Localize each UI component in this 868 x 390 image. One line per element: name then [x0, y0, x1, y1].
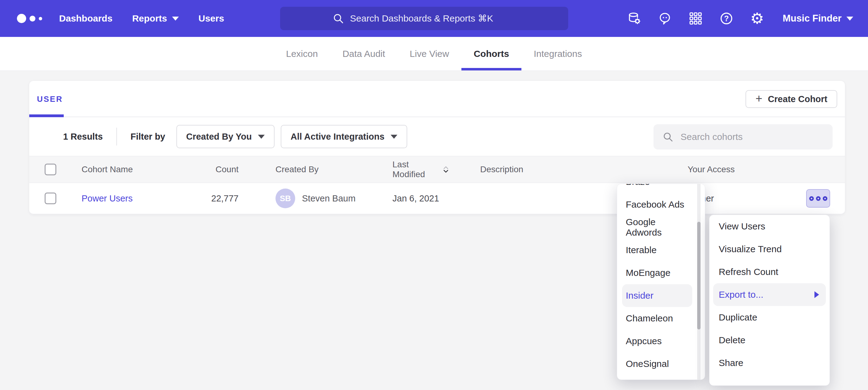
logo-dot-small	[39, 17, 42, 20]
submenu-item-insider[interactable]: Insider	[622, 284, 692, 307]
mixpanel-logo[interactable]	[17, 14, 42, 23]
menu-item-duplicate[interactable]: Duplicate	[713, 306, 826, 329]
last-modified-value: Jan 6, 2021	[393, 193, 439, 204]
divider	[116, 128, 117, 145]
submenu-item-onesignal[interactable]: OneSignal	[622, 353, 692, 375]
menu-item-view-users[interactable]: View Users	[713, 215, 826, 238]
submenu-item-label: OneSignal	[626, 359, 669, 369]
settings-gear-icon[interactable]: ⚙	[750, 11, 764, 26]
table-row[interactable]: Power Users 22,777 SB Steven Baum Jan 6,…	[29, 183, 845, 215]
menu-item-label: Share	[719, 358, 743, 368]
created-by-filter-dropdown[interactable]: Created By You	[176, 125, 275, 148]
menu-item-label: Visualize Trend	[719, 244, 782, 254]
submenu-item-label: Braze	[626, 184, 650, 187]
more-actions-button[interactable]	[806, 189, 830, 207]
created-by-cell: SB Steven Baum	[239, 189, 362, 208]
header-count: Count	[215, 165, 239, 174]
cohort-context-menu: View Users Visualize Trend Refresh Count…	[709, 215, 830, 386]
feedback-icon[interactable]	[658, 11, 672, 26]
cohort-name-link[interactable]: Power Users	[82, 193, 133, 203]
select-all-checkbox[interactable]	[44, 164, 56, 175]
data-management-icon[interactable]	[627, 11, 641, 26]
submenu-item-google-adwords[interactable]: Google Adwords	[622, 216, 692, 239]
cohort-search-input[interactable]	[681, 132, 810, 142]
cohort-name-cell: Power Users	[66, 193, 169, 204]
tab-user-cohorts[interactable]: USER	[37, 94, 63, 104]
help-icon[interactable]: ?	[719, 11, 734, 26]
submenu-item-label: Google Adwords	[626, 217, 692, 238]
avatar: SB	[276, 189, 295, 208]
submenu-item-moengage[interactable]: MoEngage	[622, 261, 692, 284]
header-last-modified[interactable]: Last Modified	[362, 160, 450, 179]
nav-item-label: Users	[198, 13, 224, 24]
row-checkbox-cell	[29, 193, 66, 204]
submenu-item-label: Appcues	[626, 336, 662, 346]
menu-item-share[interactable]: Share	[713, 352, 826, 374]
nav-item-label: Dashboards	[59, 13, 112, 24]
chevron-down-icon	[172, 17, 179, 21]
active-tab-underline	[29, 115, 64, 117]
top-nav: Dashboards Reports Users	[0, 0, 868, 37]
chevron-down-icon	[846, 17, 853, 21]
header-created-by: Created By	[239, 165, 362, 174]
tab-cohorts[interactable]: Cohorts	[461, 37, 521, 70]
logo-dot-medium	[30, 16, 35, 22]
nav-item-label: Reports	[132, 13, 167, 24]
apps-grid-icon[interactable]	[688, 11, 703, 26]
submenu-item-iterable[interactable]: Iterable	[622, 239, 692, 261]
header-cohort-name: Cohort Name	[66, 165, 169, 174]
count-cell: 22,777	[211, 193, 239, 204]
created-by-filter-label: Created By You	[186, 132, 252, 142]
submenu-item-facebook-ads[interactable]: Facebook Ads	[622, 193, 692, 216]
tab-live-view[interactable]: Live View	[397, 37, 461, 70]
nav-item-reports[interactable]: Reports	[132, 13, 179, 24]
submenu-scrollbar-thumb[interactable]	[697, 222, 701, 329]
logo-dot-large	[17, 14, 26, 23]
created-by-name: Steven Baum	[302, 193, 355, 204]
global-search[interactable]	[280, 7, 568, 30]
nav-item-users[interactable]: Users	[198, 13, 224, 24]
integrations-filter-dropdown[interactable]: All Active Integrations	[281, 125, 407, 148]
header-your-access: Your Access	[659, 165, 805, 174]
menu-item-label: Duplicate	[719, 312, 757, 323]
nav-item-dashboards[interactable]: Dashboards	[59, 13, 112, 24]
header-last-modified-label: Last Modified	[393, 160, 438, 179]
menu-item-visualize-trend[interactable]: Visualize Trend	[713, 238, 826, 261]
sort-icon[interactable]	[442, 165, 450, 174]
global-search-input[interactable]	[350, 13, 516, 24]
menu-item-label: Refresh Count	[719, 267, 778, 277]
menu-item-refresh-count[interactable]: Refresh Count	[713, 261, 826, 283]
header-checkbox-cell	[29, 164, 66, 175]
menu-item-delete[interactable]: Delete	[713, 329, 826, 352]
header-description: Description	[450, 165, 659, 174]
search-icon	[332, 12, 344, 25]
submenu-item-label: Chameleon	[626, 313, 673, 324]
row-checkbox[interactable]	[44, 193, 56, 204]
tab-data-audit[interactable]: Data Audit	[330, 37, 397, 70]
tab-lexicon[interactable]: Lexicon	[274, 37, 330, 70]
plus-icon: +	[755, 93, 762, 104]
tab-integrations[interactable]: Integrations	[521, 37, 594, 70]
nav-right-icons: ? ⚙ Music Finder	[627, 11, 853, 26]
svg-text:?: ?	[724, 14, 728, 23]
table-header: Cohort Name Count Created By Last Modifi…	[29, 156, 845, 183]
export-destinations-list: Braze Facebook Ads Google Adwords Iterab…	[617, 184, 705, 375]
cohort-search[interactable]	[653, 124, 833, 150]
search-icon	[662, 131, 674, 143]
submenu-item-appcues[interactable]: Appcues	[622, 330, 692, 353]
project-name: Music Finder	[783, 13, 841, 24]
more-dot	[823, 196, 827, 201]
chevron-down-icon	[258, 135, 265, 139]
filter-by-label: Filter by	[130, 132, 165, 142]
project-switcher[interactable]: Music Finder	[783, 13, 853, 24]
create-cohort-button[interactable]: + Create Cohort	[745, 90, 837, 108]
cohorts-card: USER + Create Cohort 1 Results Filter by…	[29, 81, 845, 215]
submenu-item-chameleon[interactable]: Chameleon	[622, 307, 692, 330]
submenu-item-braze[interactable]: Braze	[622, 184, 692, 193]
menu-item-label: View Users	[719, 221, 765, 232]
submenu-item-label: Iterable	[626, 245, 656, 255]
filter-toolbar: 1 Results Filter by Created By You All A…	[29, 117, 845, 156]
menu-item-export-to[interactable]: Export to...	[713, 283, 826, 306]
submenu-arrow-icon	[814, 291, 819, 298]
create-cohort-label: Create Cohort	[768, 94, 827, 104]
